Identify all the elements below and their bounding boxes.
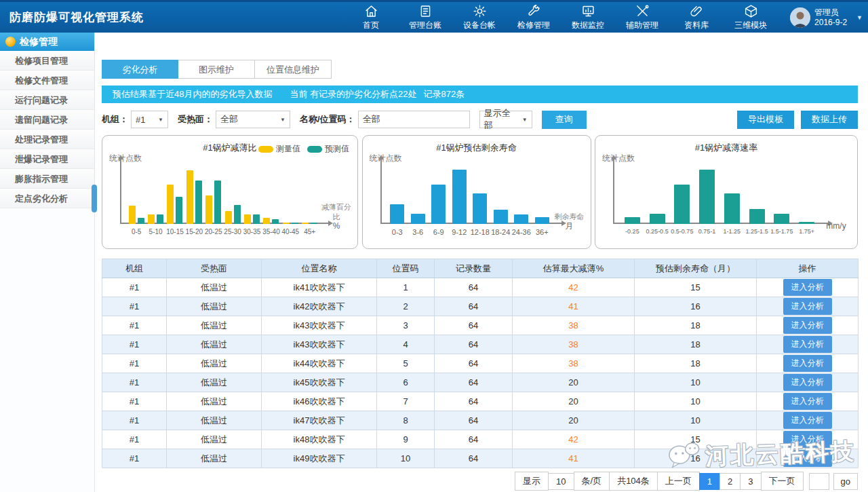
column-header: 机组	[102, 259, 167, 278]
enter-analysis-button[interactable]: 进入分析	[783, 393, 832, 410]
column-header: 记录数量	[435, 259, 513, 278]
x-tick-label: -0.25	[625, 228, 639, 235]
sidebar-item[interactable]: 运行问题记录	[0, 90, 94, 110]
table-cell: 低温过	[167, 297, 262, 316]
nav-label: 辅助管理	[626, 20, 658, 31]
table-cell: 低温过	[167, 449, 262, 468]
bar-group: 45+	[302, 166, 317, 224]
nav-item-monitor[interactable]: 数据监控	[561, 4, 615, 31]
sidebar-item[interactable]: 遗留问题记录	[0, 110, 94, 130]
surface-label: 受热面：	[178, 113, 213, 126]
chart-thinning-rate: #1锅炉减薄速率统计点数-0.250.25-0.50.5-0.750.75-11…	[595, 135, 858, 249]
nav-label: 检修管理	[517, 20, 550, 31]
chart-thinning-ratio: #1锅炉减薄比测量值预测值统计点数0-55-1010-1515-2020-252…	[102, 135, 358, 249]
nav-item-paperclip[interactable]: 资料库	[669, 4, 724, 31]
export-template-button[interactable]: 导出模板	[737, 111, 794, 129]
enter-analysis-button[interactable]: 进入分析	[783, 317, 832, 334]
bar	[138, 218, 144, 224]
sidebar-item[interactable]: 检修文件管理	[0, 71, 94, 90]
table-row: #1低温过ik41吹吹器下1644215进入分析	[102, 278, 859, 297]
query-button[interactable]: 查询	[542, 111, 587, 129]
table-cell: ik45吹吹器下	[262, 373, 377, 392]
x-tick-label: 1.25-1.5	[746, 228, 768, 235]
filter-row: 机组： #1▼ 受热面： 全部▼ 名称/位置码： 显示全部▼ 查询 导出模板 数…	[102, 109, 858, 130]
enter-analysis-button[interactable]: 进入分析	[783, 374, 832, 391]
nav-item-ledger[interactable]: 管理台账	[398, 4, 452, 31]
top-nav: 首页管理台账设备台帐检修管理数据监控辅助管理资料库三维模块	[344, 4, 778, 31]
bar	[263, 218, 270, 224]
show-all-select[interactable]: 显示全部▼	[479, 111, 532, 128]
bar-group: 1-1.25	[724, 166, 740, 224]
enter-analysis-button[interactable]: 进入分析	[783, 279, 832, 296]
sidebar-item[interactable]: 膨胀指示管理	[0, 169, 94, 189]
table-cell: 16	[635, 449, 757, 468]
y-axis-label: 统计点数	[370, 153, 402, 164]
x-tick-label: 12-18	[471, 228, 490, 236]
y-axis-label: 统计点数	[602, 153, 635, 164]
sidebar-header[interactable]: 检修管理	[0, 33, 94, 51]
unit-select[interactable]: #1▼	[131, 111, 168, 128]
table-cell: 15	[635, 430, 757, 449]
enter-analysis-button[interactable]: 进入分析	[783, 336, 832, 353]
tab-图示维护[interactable]: 图示维护	[178, 60, 255, 79]
sidebar-item[interactable]: 检修项目管理	[0, 51, 94, 71]
table-cell: ik43吹吹器下	[262, 316, 377, 335]
table-cell: 42	[513, 430, 635, 449]
table-cell: 18	[635, 354, 757, 373]
action-cell: 进入分析	[757, 316, 859, 335]
bar	[157, 214, 163, 224]
ledger-icon	[418, 4, 433, 18]
enter-analysis-button[interactable]: 进入分析	[783, 298, 832, 315]
legend-label: 测量值	[276, 143, 300, 155]
enter-analysis-button[interactable]: 进入分析	[783, 431, 832, 448]
nav-item-gear[interactable]: 设备台帐	[452, 4, 507, 31]
go-button[interactable]: go	[833, 473, 858, 490]
table-cell: 64	[435, 373, 513, 392]
bar	[283, 223, 290, 224]
analysis-table: 机组受热面位置名称位置码记录数量估算最大减薄%预估剩余寿命（月）操作 #1低温过…	[102, 259, 859, 468]
nav-item-home[interactable]: 首页	[344, 4, 398, 31]
name-code-input[interactable]	[358, 111, 470, 128]
next-page-button[interactable]: 下一页	[761, 472, 804, 491]
table-cell: 3	[377, 316, 435, 335]
pagination: 显示10条/页共104条上一页123下一页go	[102, 472, 858, 491]
data-upload-button[interactable]: 数据上传	[801, 111, 858, 129]
sidebar-item[interactable]: 定点劣化分析	[0, 189, 94, 208]
bar-group: 6-9	[431, 166, 446, 224]
paperclip-icon	[690, 4, 704, 18]
user-menu[interactable]: 管理员 2016-9-2 ▼	[790, 7, 863, 28]
enter-analysis-button[interactable]: 进入分析	[783, 355, 832, 372]
nav-item-cube[interactable]: 三维模块	[724, 4, 778, 31]
nav-item-tools[interactable]: 辅助管理	[615, 4, 669, 31]
nav-item-wrench[interactable]: 检修管理	[507, 4, 561, 31]
x-tick-label: 1.5-1.75	[770, 228, 793, 235]
info-text-3: 记录872条	[424, 88, 465, 100]
table-cell: 低温过	[167, 278, 262, 297]
enter-analysis-button[interactable]: 进入分析	[783, 450, 832, 467]
x-tick-label: 0-5	[132, 228, 141, 235]
x-tick-label: 30-35	[243, 228, 261, 235]
table-cell: 20	[513, 411, 635, 430]
bar	[749, 209, 765, 224]
x-tick-label: 9-12	[452, 228, 467, 236]
nav-label: 设备台帐	[463, 20, 496, 31]
page-button-2[interactable]: 2	[719, 473, 741, 490]
x-axis-unit: mm/y	[818, 221, 854, 231]
tab-劣化分析[interactable]: 劣化分析	[102, 60, 178, 79]
table-cell: ik43吹吹器下	[262, 335, 377, 354]
surface-select[interactable]: 全部▼	[216, 111, 290, 128]
x-tick-label: 3-6	[412, 228, 423, 236]
chevron-down-icon[interactable]: ▼	[856, 14, 863, 21]
info-text-1: 预估结果基于近48月内的的劣化导入数据	[113, 88, 272, 100]
table-row: #1低温过ik44吹吹器下5643818进入分析	[102, 354, 859, 373]
sidebar-item[interactable]: 处理记录管理	[0, 130, 94, 149]
page-size-value[interactable]: 10	[548, 473, 574, 490]
page-jump-input[interactable]	[809, 473, 829, 490]
table-cell: 41	[513, 449, 635, 468]
tab-位置信息维护[interactable]: 位置信息维护	[255, 60, 332, 79]
enter-analysis-button[interactable]: 进入分析	[783, 412, 832, 429]
sidebar-item[interactable]: 泄爆记录管理	[0, 149, 94, 169]
page-button-3[interactable]: 3	[740, 473, 761, 490]
page-button-1[interactable]: 1	[699, 473, 720, 490]
prev-page-button[interactable]: 上一页	[657, 472, 700, 491]
